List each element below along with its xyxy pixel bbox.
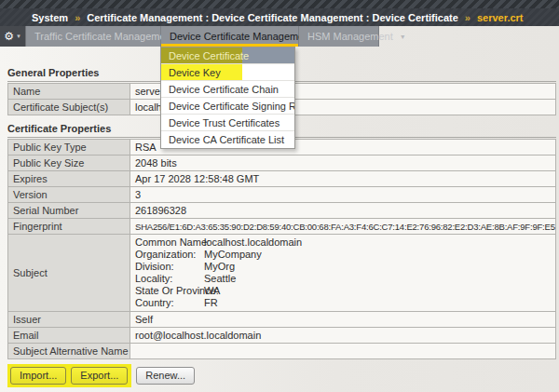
- row-value: 3: [130, 187, 556, 203]
- subject-field-name: Common Name:: [135, 237, 204, 249]
- menu-item-device-certificate[interactable]: Device Certificate: [161, 47, 294, 64]
- table-row-subject: Subject Common Name: localhost.localdoma…: [8, 235, 556, 312]
- import-button[interactable]: Import...: [10, 367, 66, 385]
- row-value: root@localhost.localdomain: [130, 328, 556, 344]
- tab-label: HSM Management: [307, 31, 393, 42]
- row-label: Subject: [8, 235, 130, 312]
- subject-field: Division: MyOrg: [135, 261, 551, 273]
- menu-item-device-trust-certificates[interactable]: Device Trust Certificates: [161, 115, 294, 131]
- row-label: Public Key Size: [8, 155, 130, 171]
- table-row: Fingerprint SHA256/E1:6D:A3:65:35:90:D2:…: [8, 219, 556, 235]
- row-value-subject: Common Name: localhost.localdomain Organ…: [130, 235, 556, 312]
- row-label: Serial Number: [8, 203, 130, 219]
- gear-menu-button[interactable]: ⚙ ▼: [0, 26, 26, 47]
- subject-field-value: FR: [204, 297, 218, 309]
- row-label: Fingerprint: [8, 219, 130, 235]
- subject-field: State Or Province: WA: [135, 285, 551, 297]
- table-row: Serial Number 261896328: [8, 203, 556, 219]
- row-label: Subject Alternative Name: [8, 344, 130, 359]
- row-value: [130, 344, 556, 359]
- breadcrumb-section-system[interactable]: System: [32, 12, 68, 23]
- row-label: Name: [8, 84, 130, 100]
- renew-button[interactable]: Renew...: [136, 367, 195, 385]
- device-certificate-management-dropdown-menu: Device Certificate Device Key Device Cer…: [160, 47, 295, 149]
- breadcrumb-separator-icon: »: [75, 12, 80, 23]
- gear-icon: ⚙: [4, 31, 14, 42]
- subject-field-value: localhost.localdomain: [204, 237, 302, 249]
- table-row: Expires Apr 17 2028 12:58:48 GMT: [8, 171, 556, 187]
- subject-field: Locality: Seattle: [135, 273, 551, 285]
- row-label: Public Key Type: [8, 140, 130, 155]
- row-value: Apr 17 2028 12:58:48 GMT: [130, 171, 556, 187]
- row-value: 261896328: [130, 203, 556, 219]
- tab-traffic-certificate-management[interactable]: Traffic Certificate Management ▼: [26, 26, 161, 47]
- row-value-fingerprint: SHA256/E1:6D:A3:65:35:90:D2:D8:59:40:CB:…: [130, 219, 556, 235]
- row-label: Issuer: [8, 312, 130, 328]
- tab-bar: ⚙ ▼ Traffic Certificate Management ▼ Dev…: [0, 26, 559, 47]
- action-button-row: Import... Export... Renew...: [7, 364, 556, 387]
- subject-field-value: MyOrg: [204, 261, 235, 273]
- subject-field-value: Seattle: [204, 273, 236, 285]
- chevron-down-icon: ▼: [16, 34, 21, 39]
- annotation-highlight: Import... Export...: [7, 364, 131, 387]
- subject-field-name: Organization:: [135, 249, 204, 261]
- tab-device-certificate-management[interactable]: Device Certificate Management ▼: [161, 26, 299, 47]
- tab-label: Device Certificate Management: [170, 31, 312, 42]
- certificate-properties-table: Public Key Type RSA Public Key Size 2048…: [7, 139, 556, 359]
- table-row: Version 3: [8, 187, 556, 203]
- subject-field: Organization: MyCompany: [135, 249, 551, 261]
- table-row: Issuer Self: [8, 312, 556, 328]
- chevron-down-icon: ▼: [400, 34, 406, 40]
- row-label: Certificate Subject(s): [8, 100, 130, 115]
- tab-label: Traffic Certificate Management: [34, 31, 174, 42]
- menu-item-device-ca-certificate-list[interactable]: Device CA Certificate List: [161, 131, 294, 148]
- breadcrumb-separator-icon: »: [465, 12, 470, 23]
- row-label: Email: [8, 328, 130, 344]
- tab-bar-filler: [379, 26, 559, 47]
- menu-item-device-certificate-chain[interactable]: Device Certificate Chain: [161, 81, 294, 98]
- row-value: 2048 bits: [130, 155, 556, 171]
- table-row: Subject Alternative Name: [8, 344, 556, 359]
- export-button[interactable]: Export...: [71, 367, 128, 385]
- breadcrumb: System » Certificate Management : Device…: [0, 8, 559, 26]
- subject-field-value: WA: [204, 285, 220, 297]
- subject-field: Country: FR: [135, 297, 551, 309]
- row-label: Version: [8, 187, 130, 203]
- subject-field-name: Division:: [135, 261, 204, 273]
- menu-item-device-certificate-signing-request[interactable]: Device Certificate Signing Request: [161, 98, 294, 115]
- row-label: Expires: [8, 171, 130, 187]
- subject-field-name: Locality:: [135, 273, 204, 285]
- menu-item-device-key[interactable]: Device Key: [161, 64, 294, 81]
- tab-hsm-management[interactable]: HSM Management ▼: [299, 26, 379, 47]
- window-top-stripes: [0, 0, 559, 8]
- subject-field-name: Country:: [135, 297, 204, 309]
- table-row: Public Key Size 2048 bits: [8, 155, 556, 171]
- subject-field-value: MyCompany: [204, 249, 262, 261]
- breadcrumb-current-object: server.crt: [477, 12, 524, 23]
- subject-field-name: State Or Province:: [135, 285, 204, 297]
- row-value: Self: [130, 312, 556, 328]
- subject-field: Common Name: localhost.localdomain: [135, 237, 551, 249]
- breadcrumb-path: Certificate Management : Device Certific…: [87, 12, 458, 23]
- table-row: Email root@localhost.localdomain: [8, 328, 556, 344]
